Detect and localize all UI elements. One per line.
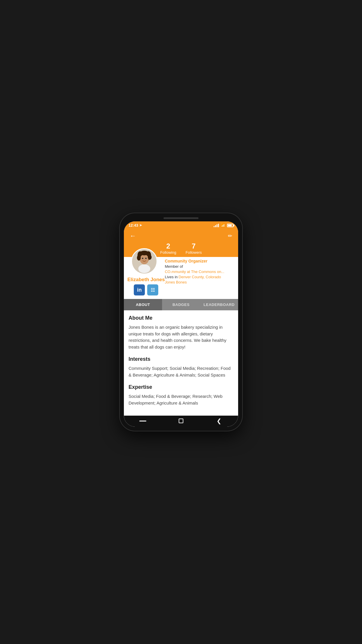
back-button[interactable]: ← (129, 231, 137, 241)
svg-point-5 (140, 255, 149, 265)
tab-leaderboard[interactable]: LEADERBOARD (200, 299, 238, 310)
tab-badges[interactable]: BADGES (162, 299, 200, 310)
calendar-button[interactable]: ☷ (147, 284, 158, 295)
svg-point-10 (137, 255, 141, 261)
following-count: 2 (166, 243, 170, 250)
status-time: 12:43 ➤ (129, 223, 142, 228)
svg-point-11 (148, 255, 152, 260)
lives-label: Lives in (165, 275, 178, 279)
avatar-column: Elizabeth Jones in ☷ (127, 257, 165, 295)
signal-icon (214, 224, 219, 227)
status-bar: 12:43 ➤ 📶 (124, 221, 238, 229)
interests-body: Community Support; Social Media; Recreat… (129, 365, 233, 378)
following-label: Following (160, 250, 176, 255)
linkedin-button[interactable]: in (134, 284, 145, 295)
location-value[interactable]: Denver County, Colorado (179, 275, 221, 279)
following-stat[interactable]: 2 Following (160, 243, 176, 255)
tab-about[interactable]: ABOUT (124, 299, 162, 310)
avatar (131, 248, 157, 274)
wifi-icon: 📶 (221, 223, 225, 228)
svg-point-7 (145, 258, 147, 259)
group-value[interactable]: Jones Bones (165, 280, 187, 284)
location-icon: ➤ (139, 223, 142, 227)
tabs-row: ABOUT BADGES LEADERBOARD (124, 299, 238, 310)
social-icons: in ☷ (134, 284, 158, 295)
member-line: Member of CO.mmunity at The Commons on..… (165, 264, 235, 274)
svg-point-9 (138, 264, 150, 273)
avatar-wrapper (131, 248, 157, 274)
status-icons: 📶 (214, 223, 233, 228)
location-line: Lives in Denver County, Colorado (165, 275, 235, 279)
interests-title: Interests (129, 356, 233, 362)
battery-icon (227, 224, 233, 227)
user-name: Elizabeth Jones (127, 277, 165, 283)
phone-notch (164, 217, 198, 219)
followers-stat[interactable]: 7 Followers (186, 243, 202, 255)
member-label: Member of (165, 264, 183, 269)
followers-count: 7 (192, 243, 196, 250)
profile-section: Elizabeth Jones in ☷ Community Organizer… (124, 257, 238, 299)
about-me-body: Jones Bones is an organic bakery special… (129, 324, 233, 350)
back-nav-button[interactable]: ❮ (214, 418, 224, 424)
followers-label: Followers (186, 250, 202, 255)
home-button[interactable] (138, 418, 148, 424)
phone-screen: 12:43 ➤ 📶 ← ✏ (124, 221, 238, 427)
group-line: Jones Bones (165, 280, 235, 284)
edit-button[interactable]: ✏ (227, 232, 233, 240)
expertise-body: Social Media; Food & Beverage; Research;… (129, 393, 233, 406)
about-me-title: About Me (129, 315, 233, 321)
svg-point-6 (142, 258, 143, 259)
recents-button[interactable] (176, 418, 186, 424)
bottom-nav: ❮ (124, 416, 238, 427)
svg-point-12 (140, 251, 148, 256)
profile-role: Community Organizer (165, 259, 235, 263)
avatar-image (132, 249, 157, 274)
member-value[interactable]: CO.mmunity at The Commons on... (165, 270, 224, 274)
header-nav: ← ✏ (129, 231, 233, 243)
expertise-title: Expertise (129, 384, 233, 390)
profile-info: Community Organizer Member of CO.mmunity… (165, 257, 235, 285)
phone-frame: 12:43 ➤ 📶 ← ✏ (120, 213, 242, 431)
content-area: About Me Jones Bones is an organic baker… (124, 310, 238, 416)
time-display: 12:43 (129, 223, 138, 228)
